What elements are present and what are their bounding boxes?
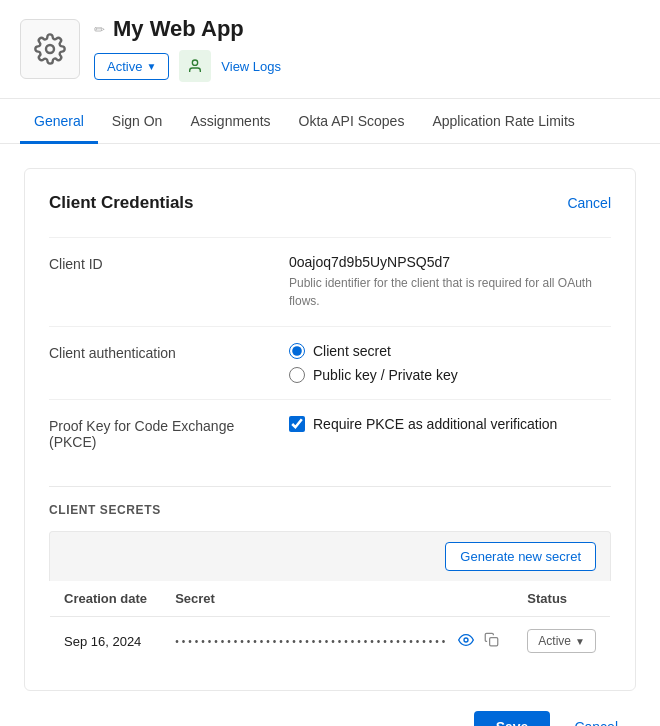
pkce-checkbox-input[interactable] xyxy=(289,416,305,432)
client-id-value: 0oajoq7d9b5UyNPSQ5d7 xyxy=(289,254,611,270)
svg-point-0 xyxy=(46,45,54,53)
th-status: Status xyxy=(513,581,610,617)
radio-public-key-label: Public key / Private key xyxy=(313,367,458,383)
person-button[interactable] xyxy=(179,50,211,82)
client-id-value-area: 0oajoq7d9b5UyNPSQ5d7 Public identifier f… xyxy=(289,254,611,310)
secret-dots: ••••••••••••••••••••••••••••••••••••••••… xyxy=(175,636,448,647)
client-id-label: Client ID xyxy=(49,254,269,310)
svg-point-2 xyxy=(464,638,468,642)
generate-new-secret-button[interactable]: Generate new secret xyxy=(445,542,596,571)
person-icon xyxy=(187,58,203,74)
secret-status-chevron: ▼ xyxy=(575,636,585,647)
client-auth-label: Client authentication xyxy=(49,343,269,383)
secret-creation-date: Sep 16, 2024 xyxy=(50,617,162,666)
tab-sign-on[interactable]: Sign On xyxy=(98,99,177,144)
save-button[interactable]: Save xyxy=(474,711,551,726)
app-title: My Web App xyxy=(113,16,244,42)
secrets-table: Creation date Secret Status Sep 16, 2024… xyxy=(49,581,611,666)
footer-actions: Save Cancel xyxy=(24,711,636,726)
client-credentials-card: Client Credentials Cancel Client ID 0oaj… xyxy=(24,168,636,691)
table-header-row: Creation date Secret Status xyxy=(50,581,611,617)
secrets-table-body: Sep 16, 2024 •••••••••••••••••••••••••••… xyxy=(50,617,611,666)
tab-assignments[interactable]: Assignments xyxy=(176,99,284,144)
tab-application-rate-limits[interactable]: Application Rate Limits xyxy=(418,99,588,144)
edit-icon[interactable]: ✏ xyxy=(94,22,105,37)
copy-icon[interactable] xyxy=(484,632,499,650)
cancel-button-footer[interactable]: Cancel xyxy=(560,711,632,726)
th-secret: Secret xyxy=(161,581,513,617)
client-secrets-section: CLIENT SECRETS Generate new secret Creat… xyxy=(49,503,611,666)
radio-group: Client secret Public key / Private key xyxy=(289,343,611,383)
client-id-desc: Public identifier for the client that is… xyxy=(289,274,611,310)
table-row: Sep 16, 2024 •••••••••••••••••••••••••••… xyxy=(50,617,611,666)
divider xyxy=(49,486,611,487)
main-content: Client Credentials Cancel Client ID 0oaj… xyxy=(0,144,660,726)
secret-status-button[interactable]: Active ▼ xyxy=(527,629,596,653)
status-label: Active xyxy=(107,59,142,74)
svg-rect-3 xyxy=(490,638,498,646)
nav-tabs: General Sign On Assignments Okta API Sco… xyxy=(0,99,660,144)
app-title-area: ✏ My Web App Active ▼ View Logs xyxy=(94,16,640,82)
client-auth-options: Client secret Public key / Private key xyxy=(289,343,611,383)
card-header: Client Credentials Cancel xyxy=(49,193,611,213)
tab-general[interactable]: General xyxy=(20,99,98,144)
client-id-row: Client ID 0oajoq7d9b5UyNPSQ5d7 Public id… xyxy=(49,237,611,326)
card-title: Client Credentials xyxy=(49,193,194,213)
client-auth-row: Client authentication Client secret Publ… xyxy=(49,326,611,399)
radio-public-key-input[interactable] xyxy=(289,367,305,383)
status-chevron: ▼ xyxy=(146,61,156,72)
secret-status-cell: Active ▼ xyxy=(513,617,610,666)
app-icon xyxy=(20,19,80,79)
app-header: ✏ My Web App Active ▼ View Logs xyxy=(0,0,660,99)
tab-okta-api-scopes[interactable]: Okta API Scopes xyxy=(285,99,419,144)
secrets-toolbar: Generate new secret xyxy=(49,531,611,581)
secrets-table-head: Creation date Secret Status xyxy=(50,581,611,617)
pkce-label: Proof Key for Code Exchange (PKCE) xyxy=(49,416,269,450)
pkce-checkbox-area: Require PKCE as additional verification xyxy=(289,416,611,450)
radio-client-secret[interactable]: Client secret xyxy=(289,343,611,359)
svg-point-1 xyxy=(193,60,198,65)
radio-client-secret-input[interactable] xyxy=(289,343,305,359)
secret-value-cell: ••••••••••••••••••••••••••••••••••••••••… xyxy=(161,617,513,666)
status-button[interactable]: Active ▼ xyxy=(94,53,169,80)
radio-client-secret-label: Client secret xyxy=(313,343,391,359)
eye-icon[interactable] xyxy=(458,632,474,651)
view-logs-link[interactable]: View Logs xyxy=(221,59,281,74)
pkce-row: Proof Key for Code Exchange (PKCE) Requi… xyxy=(49,399,611,466)
secret-cell: ••••••••••••••••••••••••••••••••••••••••… xyxy=(175,632,499,651)
secret-status-label: Active xyxy=(538,634,571,648)
th-creation-date: Creation date xyxy=(50,581,162,617)
pkce-checkbox-item[interactable]: Require PKCE as additional verification xyxy=(289,416,611,432)
header-actions: Active ▼ View Logs xyxy=(94,50,640,82)
secrets-section-title: CLIENT SECRETS xyxy=(49,503,611,517)
title-row: ✏ My Web App xyxy=(94,16,640,42)
gear-icon xyxy=(34,33,66,65)
pkce-checkbox-label: Require PKCE as additional verification xyxy=(313,416,557,432)
cancel-link-top[interactable]: Cancel xyxy=(567,195,611,211)
radio-public-key[interactable]: Public key / Private key xyxy=(289,367,611,383)
